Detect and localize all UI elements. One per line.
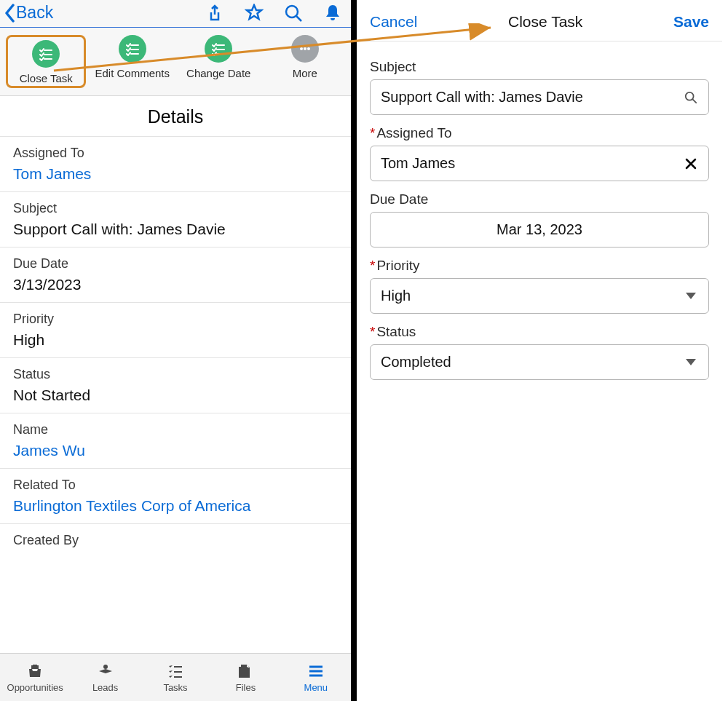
svg-point-10 <box>686 92 694 100</box>
close-task-form: Subject Support Call with: James Davie A… <box>357 41 722 387</box>
status-select[interactable]: Completed <box>370 344 709 380</box>
assigned-to-value: Tom James <box>381 155 455 172</box>
notifications-icon[interactable] <box>323 4 342 23</box>
subject-input[interactable]: Support Call with: James Davie <box>370 79 709 115</box>
modal-header: Cancel Close Task Save <box>357 0 722 41</box>
tab-opportunities[interactable]: Opportunities <box>0 654 70 701</box>
field-value: Not Started <box>13 387 338 404</box>
tab-label: Opportunities <box>7 682 63 693</box>
svg-point-4 <box>307 47 310 50</box>
due-date-input[interactable]: Mar 13, 2023 <box>370 212 709 247</box>
cancel-button[interactable]: Cancel <box>370 13 417 31</box>
dropdown-icon <box>684 289 698 304</box>
header-bar: Back <box>0 0 351 28</box>
assigned-to-input[interactable]: Tom James <box>370 146 709 181</box>
field-value: 3/13/2023 <box>13 276 338 293</box>
action-label: Edit Comments <box>95 67 170 79</box>
svg-line-1 <box>296 16 301 21</box>
field-label: Subject <box>13 201 338 216</box>
subject-label: Subject <box>370 59 709 75</box>
row-due-date: Due Date 3/13/2023 <box>0 247 351 303</box>
clear-icon[interactable] <box>684 157 698 171</box>
tab-tasks[interactable]: Tasks <box>141 654 210 701</box>
row-subject: Subject Support Call with: James Davie <box>0 192 351 247</box>
subject-value: Support Call with: James Davie <box>381 89 583 106</box>
search-icon[interactable] <box>284 4 303 23</box>
field-label: Assigned To <box>13 146 338 161</box>
field-label: Created By <box>13 533 338 548</box>
row-created-by: Created By <box>0 524 351 561</box>
share-icon[interactable] <box>205 4 224 23</box>
tab-leads[interactable]: Leads <box>70 654 140 701</box>
due-date-label: Due Date <box>370 191 709 207</box>
action-more[interactable]: More <box>265 35 345 79</box>
back-label: Back <box>16 3 53 23</box>
status-label: Status <box>370 324 709 340</box>
action-label: Close Task <box>20 72 73 84</box>
tab-label: Leads <box>92 682 118 693</box>
row-status: Status Not Started <box>0 358 351 413</box>
details-heading: Details <box>0 96 351 137</box>
modal-title: Close Task <box>508 13 582 31</box>
tab-label: Files <box>236 682 256 693</box>
field-label: Priority <box>13 312 338 327</box>
row-name: Name James Wu <box>0 413 351 469</box>
details-screen: Back Close Task <box>0 0 357 701</box>
field-value-link[interactable]: James Wu <box>13 442 338 459</box>
due-date-value: Mar 13, 2023 <box>496 221 582 238</box>
dropdown-icon <box>684 355 698 370</box>
svg-point-0 <box>286 6 298 17</box>
field-label: Related To <box>13 478 338 493</box>
quick-actions: Close Task Edit Comments Change Date Mor… <box>0 28 351 96</box>
action-label: Change Date <box>186 67 250 79</box>
svg-point-2 <box>300 47 303 50</box>
svg-line-11 <box>693 99 697 103</box>
row-assigned-to: Assigned To Tom James <box>0 137 351 192</box>
checklist-icon <box>32 40 60 68</box>
assigned-to-label: Assigned To <box>370 125 709 141</box>
field-label: Due Date <box>13 256 338 272</box>
field-value: Support Call with: James Davie <box>13 221 338 238</box>
field-value: High <box>13 331 338 349</box>
tab-label: Menu <box>304 682 328 693</box>
svg-point-3 <box>304 47 306 50</box>
tab-files[interactable]: Files <box>210 654 280 701</box>
action-change-date[interactable]: Change Date <box>178 35 258 79</box>
field-label: Status <box>13 367 338 382</box>
favorite-icon[interactable] <box>245 4 264 23</box>
close-task-screen: Cancel Close Task Save Subject Support C… <box>357 0 722 701</box>
action-close-task[interactable]: Close Task <box>6 35 86 88</box>
field-label: Name <box>13 422 338 437</box>
tab-bar: Opportunities Leads Tasks Files Menu <box>0 653 351 701</box>
row-related-to: Related To Burlington Textiles Corp of A… <box>0 469 351 524</box>
status-value: Completed <box>381 354 451 371</box>
svg-rect-6 <box>239 667 248 678</box>
search-icon[interactable] <box>684 90 698 105</box>
action-edit-comments[interactable]: Edit Comments <box>92 35 173 79</box>
action-label: More <box>293 67 317 79</box>
checklist-icon <box>205 35 232 63</box>
save-button[interactable]: Save <box>673 13 709 31</box>
field-value-link[interactable]: Tom James <box>13 165 338 183</box>
priority-label: Priority <box>370 258 709 274</box>
checklist-icon <box>119 35 146 63</box>
back-button[interactable]: Back <box>4 3 53 23</box>
priority-value: High <box>381 288 411 304</box>
row-priority: Priority High <box>0 303 351 358</box>
more-icon <box>291 35 319 63</box>
tab-menu[interactable]: Menu <box>281 654 351 701</box>
svg-point-5 <box>103 665 108 669</box>
tab-label: Tasks <box>163 682 187 693</box>
header-icons <box>205 4 342 23</box>
priority-select[interactable]: High <box>370 278 709 314</box>
field-value-link[interactable]: Burlington Textiles Corp of America <box>13 497 338 515</box>
